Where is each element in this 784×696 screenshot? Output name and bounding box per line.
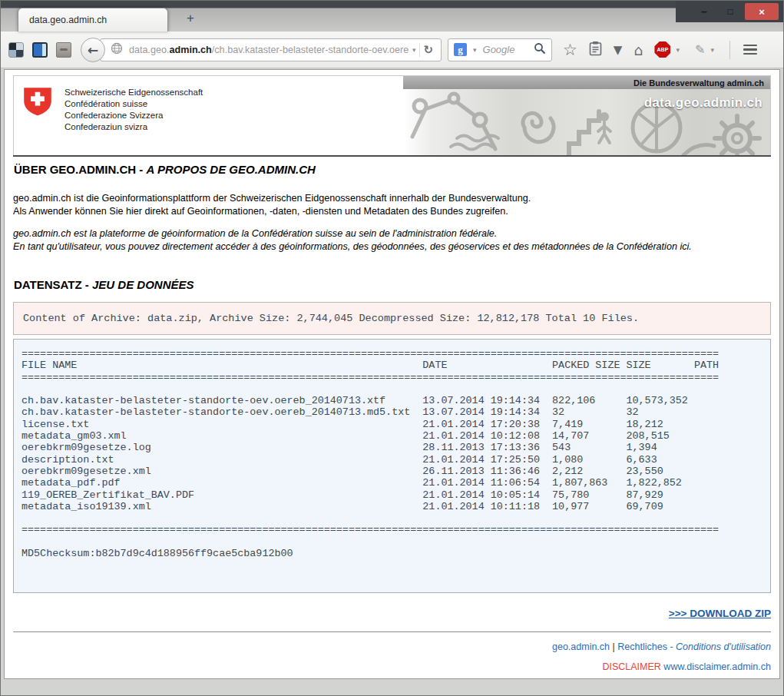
- file-row: ch.bav.kataster-belasteter-standorte-oev…: [22, 395, 762, 406]
- about-fr-line: geo.admin.ch est la plateforme de géoinf…: [13, 227, 771, 240]
- file-row: 119_OEREB_Zertifikat_BAV.PDF 21.01.2014 …: [22, 489, 762, 501]
- download-zip-link[interactable]: >>> DOWNLOAD ZIP: [669, 608, 771, 619]
- minimize-button[interactable]: –: [693, 3, 716, 20]
- back-button[interactable]: ←: [81, 38, 105, 62]
- archive-listing: ========================================…: [13, 339, 771, 593]
- adblock-button[interactable]: ABP ▾: [654, 41, 683, 58]
- footer-links: geo.admin.ch | Rechtliches - Conditions …: [13, 641, 771, 652]
- about-de-line: Als Anwender können Sie hier direkt auf …: [13, 205, 771, 218]
- header-banner: Die Bundesverwaltung admin.ch data.geo.a…: [403, 76, 770, 155]
- titlebar: data.geo.admin.ch + – □ ×: [1, 1, 783, 31]
- file-row: license.txt 21.01.2014 17:20:38 7,419 18…: [22, 419, 762, 430]
- about-paragraph-fr: geo.admin.ch est la plateforme de géoinf…: [13, 227, 771, 254]
- page-content: Schweizerische Eidgenossenschaft Confédé…: [5, 70, 779, 672]
- tab-title: data.geo.admin.ch: [29, 15, 107, 25]
- toolbar-separator: [729, 41, 730, 59]
- maximize-button[interactable]: □: [719, 3, 742, 20]
- listing-spacer: [22, 572, 762, 583]
- file-row: metadata_iso19139.xml 21.01.2014 10:11:1…: [22, 501, 762, 512]
- sidebar-addon-icon[interactable]: [32, 42, 48, 58]
- legal-link[interactable]: Rechtliches: [617, 641, 667, 652]
- google-favicon: g: [454, 43, 467, 56]
- admin-bar[interactable]: Die Bundesverwaltung admin.ch: [403, 76, 770, 89]
- about-de-line: geo.admin.ch ist die Geoinformationsplat…: [13, 192, 771, 205]
- confederation-names: Schweizerische Eidgenossenschaft Confédé…: [65, 86, 203, 155]
- devtool-button[interactable]: ✎ ▾: [695, 42, 718, 57]
- adblock-icon[interactable]: ABP: [654, 41, 670, 58]
- listing-spacer: [22, 536, 762, 548]
- toolbar-buttons: ☆ ▼ ⌂ ABP ▾ ✎ ▾: [563, 41, 759, 59]
- confederation-logo-block: Schweizerische Eidgenossenschaft Confédé…: [14, 76, 403, 155]
- back-arrow-icon: ←: [88, 42, 98, 58]
- dataset-heading: DATENSATZ - JEU DE DONNÉES: [14, 278, 771, 291]
- addon-buttons: [8, 42, 71, 58]
- header-divider: [13, 155, 771, 157]
- disclaimer-line: DISCLAIMER www.disclaimer.admin.ch: [13, 661, 771, 672]
- browser-tab[interactable]: data.geo.admin.ch: [18, 8, 168, 31]
- urlbar-dropdown-icon[interactable]: ▾: [409, 46, 420, 54]
- archive-summary-bar: Content of Archive: data.zip, Archive Si…: [13, 302, 771, 335]
- magnifier-icon[interactable]: [534, 42, 546, 58]
- globe-icon: [111, 42, 123, 57]
- navigation-toolbar: ← data.geo.admin.ch/ch.bav.kataster-bela…: [1, 31, 783, 68]
- md5-checksum: MD5Checksum:b82b7d9c4d188956ff9cae5cba91…: [22, 548, 762, 559]
- file-row: metadata_pdf.pdf 21.01.2014 11:06:54 1,8…: [22, 477, 762, 489]
- disclaimer-label: DISCLAIMER: [602, 661, 660, 672]
- site-header: Schweizerische Eidgenossenschaft Confédé…: [13, 75, 771, 155]
- menu-hamburger-icon[interactable]: [742, 41, 759, 58]
- file-row: oerebkrm09gesetze.log 28.11.2013 17:13:3…: [22, 442, 762, 453]
- close-button[interactable]: ×: [745, 3, 779, 20]
- home-icon[interactable]: ⌂: [633, 41, 643, 58]
- about-fr-line: En tant qu'utilisateur, vous pouvez dire…: [13, 240, 771, 254]
- footer-divider: [13, 631, 771, 632]
- file-row: description.txt 21.01.2014 17:25:50 1,08…: [22, 454, 762, 466]
- about-paragraph-de: geo.admin.ch ist die Geoinformationsplat…: [13, 192, 771, 218]
- about-heading: ÜBER GEO.ADMIN.CH - A PROPOS DE GEO.ADMI…: [14, 163, 771, 176]
- bookmark-star-icon[interactable]: ☆: [563, 41, 577, 59]
- logo-line: Confédération suisse: [65, 98, 203, 110]
- new-tab-button[interactable]: +: [180, 11, 200, 26]
- downloads-icon[interactable]: ▼: [614, 43, 623, 57]
- url-domain: admin.ch: [170, 45, 212, 55]
- download-row: >>> DOWNLOAD ZIP: [13, 606, 771, 620]
- url-prefix: data.geo.: [129, 45, 170, 55]
- browser-window: data.geo.admin.ch + – □ × ← data.geo.adm…: [0, 0, 784, 696]
- window-controls: – □ ×: [676, 1, 783, 22]
- listing-rule: ========================================…: [22, 372, 762, 383]
- devtool-caret-icon[interactable]: ▾: [706, 46, 718, 54]
- logo-line: Confederaziun svizra: [65, 121, 203, 133]
- search-box[interactable]: g ▾ Google: [448, 38, 552, 61]
- dataset-heading-de: DATENSATZ: [14, 278, 82, 291]
- page-viewport: Schweizerische Eidgenossenschaft Confédé…: [4, 69, 780, 679]
- archive-addon-icon[interactable]: [56, 42, 71, 58]
- file-row: oerebkrm09gesetze.xml 26.11.2013 11:36:4…: [22, 466, 762, 477]
- geoadmin-link[interactable]: geo.admin.ch: [552, 641, 610, 652]
- listing-rule: ========================================…: [22, 348, 762, 360]
- about-heading-fr: A PROPOS DE GEO.ADMIN.CH: [147, 163, 316, 176]
- devtool-pen-icon[interactable]: ✎: [695, 42, 705, 57]
- disclaimer-link[interactable]: www.disclaimer.admin.ch: [663, 661, 771, 672]
- reload-icon[interactable]: ↻: [419, 43, 436, 57]
- dataset-heading-fr: JEU DE DONNÉES: [92, 278, 194, 291]
- screenshot-addon-icon[interactable]: [8, 42, 24, 58]
- conditions-link[interactable]: - Conditions d'utilisation: [667, 641, 771, 652]
- search-engine-caret-icon[interactable]: ▾: [469, 46, 481, 54]
- adblock-caret-icon[interactable]: ▾: [672, 46, 683, 54]
- search-input[interactable]: Google: [483, 44, 531, 55]
- file-row: metadata_gm03.xml 21.01.2014 10:12:08 14…: [22, 430, 762, 442]
- url-text[interactable]: data.geo.admin.ch/ch.bav.kataster-belast…: [129, 45, 409, 55]
- url-bar[interactable]: data.geo.admin.ch/ch.bav.kataster-belast…: [100, 38, 442, 61]
- listing-rule: ========================================…: [22, 524, 762, 535]
- site-title: data.geo.admin.ch: [644, 95, 762, 111]
- listing-spacer: [22, 559, 762, 571]
- url-path: /ch.bav.kataster-belasteter-standorte-oe…: [212, 45, 409, 55]
- bookmarks-clipboard-icon[interactable]: [589, 41, 602, 59]
- logo-line: Schweizerische Eidgenossenschaft: [65, 87, 203, 98]
- listing-spacer: [22, 512, 762, 524]
- swiss-shield-icon: [22, 86, 53, 155]
- about-heading-de: ÜBER GEO.ADMIN.CH: [14, 163, 136, 176]
- listing-column-headers: FILE NAME DATE PACKED SIZE SIZE PATH: [22, 360, 762, 371]
- logo-line: Confederazione Svizzera: [65, 110, 203, 121]
- file-row: ch.bav.kataster-belasteter-standorte-oev…: [22, 406, 762, 418]
- admin-bar-label[interactable]: Die Bundesverwaltung admin.ch: [633, 78, 764, 88]
